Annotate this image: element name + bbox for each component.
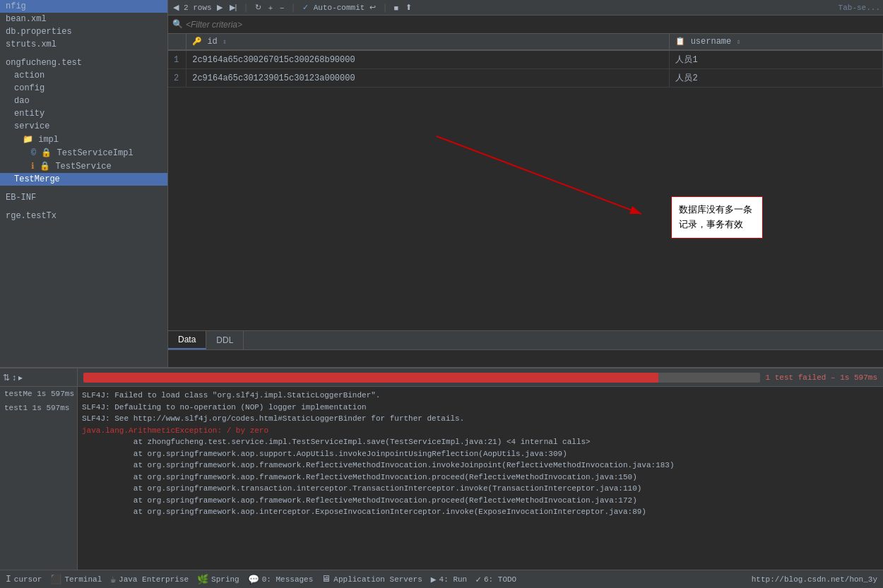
sort-desc-button[interactable]: ↕ — [12, 373, 16, 383]
nav-back-button[interactable]: ◀ — [171, 2, 181, 13]
stack-link[interactable]: AopUtils.java:309 — [483, 450, 562, 458]
test-list-item[interactable]: testMe 1s 597ms — [0, 387, 77, 401]
rows-label: 2 rows — [184, 4, 212, 12]
sync-button[interactable]: ↻ — [253, 2, 263, 13]
commit-button[interactable]: ✓ — [300, 2, 311, 13]
status-icon: ⬛ — [50, 574, 61, 585]
col-id-header[interactable]: 🔑 id ⇕ — [186, 34, 670, 50]
sort-asc-button[interactable]: ⇅ — [3, 373, 10, 383]
sidebar-item-impl[interactable]: 📁 impl — [0, 133, 167, 146]
status-bar-item-application-servers[interactable]: 🖥Application Servers — [321, 574, 422, 584]
status-icon: 💬 — [248, 574, 259, 585]
log-link[interactable]: http://www.slf4j.org/codes.html#StaticLo… — [134, 414, 367, 423]
sidebar-item-rge[interactable]: rge.testTx — [0, 210, 167, 222]
status-label: 0: Messages — [262, 575, 314, 584]
status-bar-item-0--messages[interactable]: 💬0: Messages — [248, 574, 314, 585]
db-toolbar: ◀ 2 rows ▶ ▶| | ↻ + − | ✓ Auto-commit ↩ … — [168, 0, 883, 16]
test-list: testMe 1s 597mstest1 1s 597ms — [0, 387, 78, 570]
username-table-icon: 📋 — [675, 37, 685, 46]
log-line[interactable]: at org.springframework.aop.framework.Ref… — [82, 472, 879, 484]
tab-ddl[interactable]: DDL — [206, 331, 244, 349]
log-line[interactable]: at org.springframework.aop.interceptor.E… — [82, 506, 879, 518]
log-line: java.lang.ArithmeticException: / by zero — [82, 425, 879, 437]
status-bar-item-java-enterprise[interactable]: ☕Java Enterprise — [110, 574, 189, 585]
col-username-header[interactable]: 📋 username ⇕ — [670, 34, 883, 50]
sidebar-item-empty2 — [0, 186, 167, 191]
nav-forward-button[interactable]: ▶ — [215, 2, 225, 13]
cell-id[interactable]: 2c9164a65c300267015c300268b90000 — [186, 50, 670, 69]
remove-row-button[interactable]: − — [278, 3, 286, 13]
sidebar-item-testservice[interactable]: ℹ 🔒 TestService — [0, 160, 167, 173]
stop-button[interactable]: ■ — [392, 3, 401, 13]
stack-link[interactable]: ReflectiveMethodInvocation.java:150 — [469, 473, 632, 481]
sidebar-item-config[interactable]: config — [0, 82, 167, 95]
status-bar-item-cursor[interactable]: Icursor — [6, 574, 42, 584]
nav-end-button[interactable]: ▶| — [227, 2, 239, 13]
row-number: 1 — [168, 50, 186, 69]
tab-data[interactable]: Data — [168, 331, 206, 349]
table-row[interactable]: 2 2c9164a65c301239015c30123a000000 人员2 — [168, 69, 883, 88]
status-bar-item-http---blog-csdn-net-hon-3y[interactable]: http://blog.csdn.net/hon_3y — [752, 575, 877, 584]
log-line[interactable]: at org.springframework.aop.framework.Ref… — [82, 495, 879, 507]
cell-username[interactable]: 人员2 — [670, 69, 883, 88]
export-button[interactable]: ⬆ — [403, 2, 414, 13]
filter-input[interactable] — [186, 20, 879, 30]
sidebar-item-dao[interactable]: dao — [0, 95, 167, 107]
test-list-item[interactable]: test1 1s 597ms — [0, 401, 77, 415]
sidebar-item-nfig[interactable]: nfig — [0, 0, 167, 13]
log-line: SLF4J: Defaulting to no-operation (NOP) … — [82, 402, 879, 414]
log-line[interactable]: SLF4J: See http://www.slf4j.org/codes.ht… — [82, 413, 879, 425]
table-row[interactable]: 1 2c9164a65c300267015c300268b90000 人员1 — [168, 50, 883, 69]
id-key-icon: 🔑 — [192, 37, 202, 46]
filter-icon: 🔍 — [172, 19, 183, 30]
stack-link[interactable]: ExposeInvocationInterceptor.java:89 — [478, 508, 641, 516]
log-line[interactable]: at org.springframework.aop.framework.Ref… — [82, 460, 879, 472]
cell-id[interactable]: 2c9164a65c301239015c30123a000000 — [186, 69, 670, 88]
add-row-button[interactable]: + — [266, 3, 275, 13]
status-label: cursor — [14, 575, 42, 584]
data-table-area: 🔑 id ⇕ 📋 username ⇕ 1 2c9164a65c30026701… — [168, 34, 883, 330]
sidebar-item-webinf[interactable]: EB-INF — [0, 191, 167, 204]
sep1: | — [243, 3, 248, 13]
stack-link[interactable]: TransactionInterceptor.java:110 — [492, 484, 637, 493]
status-bar-item-6--todo[interactable]: ✓6: TODO — [475, 574, 516, 585]
progress-label: 1 test failed – 1s 597ms — [766, 373, 877, 382]
console-area: ⇅ ↕ ▸ 1 test failed – 1s 597ms testMe 1s… — [0, 367, 883, 570]
log-line[interactable]: at org.springframework.transaction.inter… — [82, 483, 879, 495]
status-bar-item-4--run[interactable]: ▶4: Run — [431, 574, 467, 585]
sidebar-item-entity[interactable]: entity — [0, 107, 167, 120]
sidebar-item-testserviceimpl[interactable]: © 🔒 TestServiceImpl — [0, 146, 167, 160]
cell-username[interactable]: 人员1 — [670, 50, 883, 69]
progress-bar-area: 1 test failed – 1s 597ms — [78, 368, 883, 387]
console-log: SLF4J: Failed to load class "org.slf4j.i… — [78, 387, 883, 570]
status-icon: ✓ — [475, 574, 481, 585]
log-line[interactable]: at zhongfucheng.test.service.impl.TestSe… — [82, 436, 879, 448]
status-label: Spring — [211, 575, 239, 584]
status-bar-item-spring[interactable]: 🌿Spring — [197, 574, 239, 585]
sidebar-item-empty1 — [0, 51, 167, 56]
username-sort-icon[interactable]: ⇕ — [736, 38, 740, 46]
stack-link[interactable]: TestServiceImpl.java:21 — [390, 438, 497, 446]
rollback-button[interactable]: ↩ — [367, 2, 378, 13]
status-bar: Icursor⬛Terminal☕Java Enterprise🌿Spring💬… — [0, 570, 883, 588]
status-bar-item-terminal[interactable]: ⬛Terminal — [50, 574, 102, 585]
stack-link[interactable]: ReflectiveMethodInvocation.java:172 — [469, 496, 632, 505]
id-sort-icon[interactable]: ⇕ — [223, 38, 227, 46]
sidebar-item-struts[interactable]: struts.xml — [0, 38, 167, 51]
status-icon: ☕ — [110, 574, 116, 585]
log-line[interactable]: at org.springframework.aop.support.AopUt… — [82, 448, 879, 460]
status-icon: 🖥 — [321, 574, 331, 584]
tabs-bar: Data DDL — [168, 330, 883, 350]
sidebar-item-service[interactable]: service — [0, 120, 167, 133]
sidebar-item-db[interactable]: db.properties — [0, 25, 167, 38]
console-more-button[interactable]: ▸ — [18, 373, 23, 383]
stack-link[interactable]: ReflectiveMethodInvocation.java:183 — [506, 461, 670, 469]
sidebar-item-ongfucheng[interactable]: ongfucheng.test — [0, 56, 167, 69]
sidebar-item-bean[interactable]: bean.xml — [0, 13, 167, 25]
sidebar-item-testmerge[interactable]: TestMerge — [0, 173, 167, 186]
status-icon: 🌿 — [197, 574, 208, 585]
status-label: Terminal — [64, 575, 102, 584]
row-num-header — [168, 34, 186, 50]
status-label: Java Enterprise — [119, 575, 189, 584]
sidebar-item-action[interactable]: action — [0, 69, 167, 82]
